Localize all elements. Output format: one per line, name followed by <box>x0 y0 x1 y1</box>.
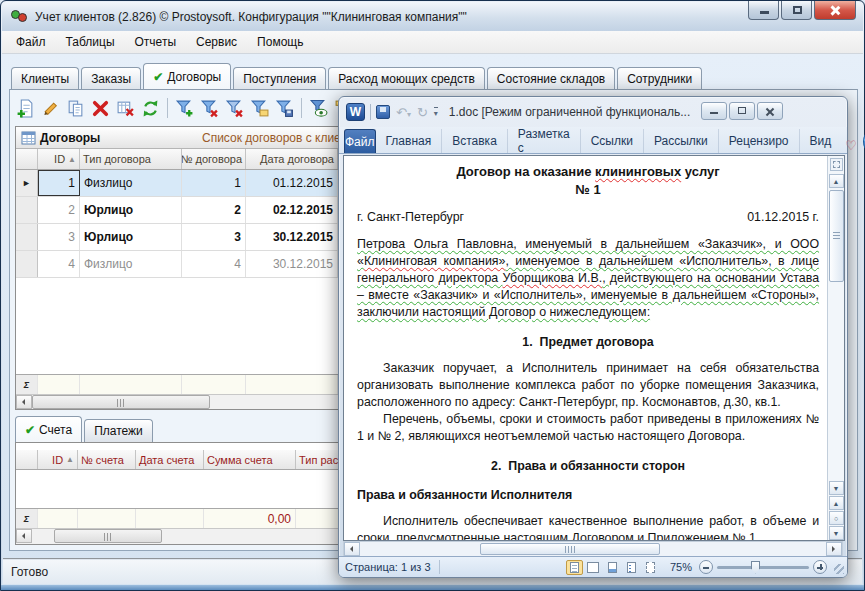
window-bottom-edge <box>1 585 864 590</box>
restore-button[interactable] <box>729 102 755 120</box>
ruler-toggle-icon[interactable] <box>830 158 843 171</box>
refresh-icon[interactable] <box>138 96 163 120</box>
ribbon-tab-review[interactable]: Рецензиро <box>719 129 800 153</box>
sort-asc-icon: ▲ <box>66 455 74 464</box>
tab-invoices[interactable]: ✔Счета <box>15 416 82 442</box>
minimize-icon <box>710 112 718 114</box>
outline-view-icon[interactable] <box>623 560 640 575</box>
redo-icon[interactable]: ↻ <box>417 105 428 120</box>
tab-warehouses[interactable]: Состояние складов <box>487 67 615 90</box>
scroll-left-icon[interactable] <box>16 529 32 543</box>
page-indicator[interactable]: Страница: 1 из 3 <box>345 561 431 573</box>
word-window: W ↶▾ ↻ ▾ 1.doc [Режим ограниченной функц… <box>338 96 848 578</box>
menu-reports[interactable]: Отчеты <box>125 32 186 52</box>
minimize-button[interactable] <box>748 1 779 20</box>
tab-detergents[interactable]: Расход моющих средств <box>328 67 485 90</box>
tab-employees[interactable]: Сотрудники <box>617 67 702 90</box>
ribbon-tab-file[interactable]: Файл <box>344 129 376 153</box>
column-header-id[interactable]: ID▲ <box>38 149 80 169</box>
scroll-thumb[interactable] <box>32 395 210 409</box>
draft-view-icon[interactable] <box>642 560 659 575</box>
menu-file[interactable]: Файл <box>6 32 56 52</box>
doc-title-number: № 1 <box>357 181 819 199</box>
status-text: Готово <box>11 565 48 579</box>
scroll-thumb[interactable] <box>829 190 844 282</box>
tab-payments[interactable]: Платежи <box>84 419 153 442</box>
word-vscrollbar[interactable]: ▲ ▼ ▲ ○ ▼ <box>827 156 844 540</box>
filter-add-icon[interactable] <box>172 96 197 120</box>
add-record-icon[interactable] <box>13 96 38 120</box>
print-layout-view-icon[interactable] <box>566 560 583 575</box>
word-app-icon[interactable]: W <box>346 103 365 121</box>
zoom-in-icon[interactable] <box>813 560 827 574</box>
heart-icon[interactable]: ♡ <box>845 138 857 153</box>
menu-bar: Файл Таблицы Отчеты Сервис Помощь <box>2 31 863 54</box>
restore-button[interactable] <box>781 1 812 20</box>
undo-icon[interactable]: ↶▾ <box>396 105 411 120</box>
scroll-left-icon[interactable] <box>16 395 32 409</box>
zoom-slider[interactable] <box>717 566 809 569</box>
ribbon-tab-layout[interactable]: Разметка с <box>508 129 581 153</box>
doc-intro: Петрова Ольга Павловна, именуемый в даль… <box>357 236 819 320</box>
ribbon-tab-mailings[interactable]: Рассылки <box>644 129 719 153</box>
screen: Учет клиентов (2.826) © Prostoysoft. Кон… <box>0 0 865 591</box>
copy-record-icon[interactable] <box>63 96 88 120</box>
resize-grip[interactable] <box>834 564 844 574</box>
close-button[interactable] <box>814 1 856 20</box>
ribbon-tab-insert[interactable]: Вставка <box>442 129 508 153</box>
next-page-icon[interactable]: ▼ <box>829 526 844 540</box>
tab-contracts[interactable]: ✔Договоры <box>143 63 231 90</box>
menu-service[interactable]: Сервис <box>186 32 247 52</box>
scroll-down-icon[interactable]: ▼ <box>829 481 844 495</box>
ribbon-tab-home[interactable]: Главная <box>376 129 443 153</box>
menu-help[interactable]: Помощь <box>247 32 313 52</box>
sort-asc-icon: ▲ <box>68 155 76 164</box>
scroll-thumb[interactable] <box>480 543 660 555</box>
filter-save-icon[interactable] <box>272 96 297 120</box>
column-header-marker <box>16 149 38 169</box>
filter-remove-icon[interactable] <box>197 96 222 120</box>
tab-clients[interactable]: Клиенты <box>11 67 79 90</box>
filter-clear-icon[interactable] <box>222 96 247 120</box>
word-status-bar: Страница: 1 из 3 75% <box>339 556 847 577</box>
close-button[interactable] <box>757 102 783 120</box>
word-hscrollbar[interactable] <box>343 541 843 557</box>
delete-record-icon[interactable] <box>88 96 113 120</box>
clear-table-icon[interactable] <box>113 96 138 120</box>
scroll-thumb[interactable] <box>54 529 162 543</box>
ribbon-tab-view[interactable]: Вид <box>800 129 842 153</box>
column-header-type[interactable]: Тип договора <box>80 149 182 169</box>
column-header-invoice-sum[interactable]: Сумма счета <box>204 450 296 469</box>
doc-city: г. Санкт-Петербург <box>357 209 464 226</box>
zoom-level[interactable]: 75% <box>670 561 692 573</box>
filter-view-icon[interactable] <box>306 96 331 120</box>
fullscreen-reading-view-icon[interactable] <box>585 560 602 575</box>
tab-orders[interactable]: Заказы <box>81 67 141 90</box>
quick-access-dropdown-icon[interactable]: ▾ <box>434 107 438 118</box>
column-header-date[interactable]: Дата договора <box>246 149 338 169</box>
column-header-invoice-date[interactable]: Дата счета <box>136 450 204 469</box>
filter-open-icon[interactable] <box>247 96 272 120</box>
word-window-controls <box>699 102 783 120</box>
previous-page-icon[interactable]: ▲ <box>829 496 844 510</box>
edit-record-icon[interactable] <box>38 96 63 120</box>
select-browse-object-icon[interactable]: ○ <box>829 511 844 525</box>
save-icon[interactable] <box>376 105 390 119</box>
tab-receipts[interactable]: Поступления <box>233 67 326 90</box>
app-logo-icon <box>11 9 28 24</box>
scroll-up-icon[interactable]: ▲ <box>829 174 844 188</box>
scroll-right-icon[interactable] <box>826 542 842 556</box>
toolbar <box>13 93 356 123</box>
zoom-out-icon[interactable] <box>699 560 713 574</box>
scroll-left-icon[interactable] <box>344 542 360 556</box>
menu-tables[interactable]: Таблицы <box>56 32 125 52</box>
web-layout-view-icon[interactable] <box>604 560 621 575</box>
column-header-number[interactable]: № договора <box>182 149 246 169</box>
column-header-id[interactable]: ID▲ <box>38 450 78 469</box>
document-page[interactable]: Договор на оказание клининговых услуг № … <box>344 156 827 540</box>
toolbar-separator <box>301 98 302 118</box>
column-header-invoice-number[interactable]: № счета <box>78 450 136 469</box>
zoom-slider-thumb[interactable] <box>751 561 760 574</box>
ribbon-tab-references[interactable]: Ссылки <box>581 129 644 153</box>
minimize-button[interactable] <box>701 102 727 120</box>
